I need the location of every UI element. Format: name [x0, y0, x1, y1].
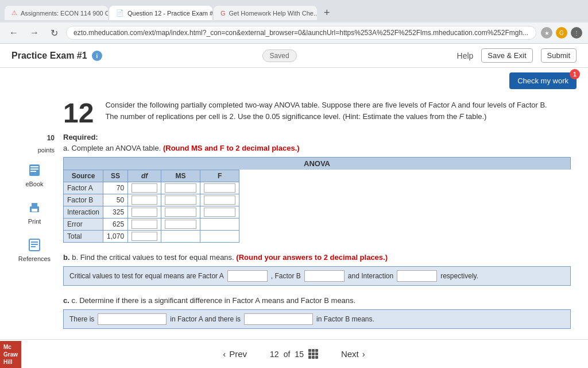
- col-source: Source: [64, 170, 103, 182]
- svg-rect-8: [31, 241, 38, 243]
- back-button[interactable]: ←: [6, 26, 22, 39]
- bookmark-icon[interactable]: ★: [541, 27, 552, 39]
- check-work-button[interactable]: Check my work 1: [509, 72, 577, 89]
- ss-cell: 50: [103, 194, 128, 206]
- part-c-label: c. c. Determine if there is a significan…: [63, 296, 571, 305]
- tab-question[interactable]: 📄 Question 12 - Practice Exam #... ✕: [109, 6, 212, 20]
- ms-input[interactable]: [165, 208, 196, 217]
- ms-cell[interactable]: [161, 182, 200, 194]
- df-cell[interactable]: [128, 182, 161, 194]
- main-content: 10 points eBook Print: [0, 94, 588, 335]
- source-cell: Interaction: [64, 206, 103, 218]
- table-row: Error625: [64, 218, 239, 231]
- required-label: Required:: [63, 133, 571, 141]
- ebook-label: eBook: [25, 181, 43, 187]
- part-b-highlight: (Round your answers to 2 decimal places.…: [236, 253, 388, 262]
- points-value: 10: [11, 134, 57, 142]
- part-b: b. b. Find the critical values to test f…: [63, 253, 571, 286]
- part-a-highlight: (Round MS and F to 2 decimal places.): [163, 144, 300, 152]
- reload-button[interactable]: ↻: [47, 26, 61, 40]
- ss-cell: 325: [103, 206, 128, 218]
- svg-rect-1: [30, 166, 38, 167]
- sig-factor-b-input[interactable]: [244, 313, 313, 325]
- cv-prefix: Critical values to test for equal means …: [69, 272, 224, 280]
- ms-cell[interactable]: [161, 231, 200, 243]
- cv-interaction-label: and Interaction: [348, 272, 393, 280]
- sig-prefix: There is: [69, 315, 94, 323]
- new-tab-button[interactable]: +: [318, 3, 336, 22]
- forward-button[interactable]: →: [26, 26, 42, 39]
- table-row: Factor A70: [64, 182, 239, 194]
- anova-table-wrap: ANOVA Source SS df MS F Factor A70Factor…: [63, 157, 571, 243]
- tab-homework[interactable]: G Get Homework Help With Che... ✕: [214, 6, 317, 20]
- df-input[interactable]: [131, 195, 157, 205]
- tab-assignments[interactable]: ⚠ Assignments: ECON 114 900 C... ✕: [5, 6, 108, 20]
- cv-interaction-input[interactable]: [397, 270, 437, 282]
- sidebar-item-references[interactable]: References: [11, 233, 57, 266]
- sig-factora-label: in Factor A and there is: [170, 315, 241, 323]
- df-cell[interactable]: [128, 218, 161, 231]
- anova-table: Source SS df MS F Factor A70Factor B50In…: [63, 170, 239, 243]
- f-cell[interactable]: [200, 231, 239, 243]
- df-input[interactable]: [131, 208, 157, 217]
- extension-icon[interactable]: G: [556, 27, 567, 39]
- df-cell[interactable]: [128, 231, 161, 243]
- book-icon: [26, 162, 43, 179]
- cv-factorb-label: , Factor B: [271, 272, 301, 280]
- browser-chrome: ⚠ Assignments: ECON 114 900 C... ✕ 📄 Que…: [0, 0, 588, 44]
- df-cell[interactable]: [128, 206, 161, 218]
- ms-input[interactable]: [165, 220, 196, 229]
- f-cell[interactable]: [200, 218, 239, 231]
- menu-icon[interactable]: ⋮: [571, 27, 582, 39]
- svg-rect-9: [31, 244, 38, 245]
- ms-input[interactable]: [165, 195, 196, 205]
- f-input[interactable]: [204, 183, 235, 193]
- browser-actions: ★ G ⋮: [541, 27, 582, 39]
- exam-title: Practice Exam #1: [11, 51, 87, 61]
- help-button[interactable]: Help: [457, 51, 474, 60]
- critical-values-row: Critical values to test for equal means …: [63, 266, 571, 286]
- ms-input[interactable]: [165, 183, 196, 193]
- address-input[interactable]: [66, 26, 536, 40]
- info-icon[interactable]: i: [92, 51, 102, 61]
- cv-factor-a-input[interactable]: [227, 270, 268, 282]
- f-cell[interactable]: [200, 194, 239, 206]
- source-cell: Error: [64, 218, 103, 231]
- df-cell[interactable]: [128, 194, 161, 206]
- sidebar-item-ebook[interactable]: eBook: [11, 158, 57, 191]
- cv-suffix: respectively.: [440, 272, 478, 280]
- sidebar: 10 points eBook Print: [11, 99, 57, 329]
- check-work-container: Check my work 1: [0, 68, 588, 94]
- sidebar-item-print[interactable]: Print: [11, 195, 57, 228]
- table-row: Total1,070: [64, 231, 239, 243]
- f-cell[interactable]: [200, 182, 239, 194]
- ms-cell[interactable]: [161, 206, 200, 218]
- df-input[interactable]: [131, 232, 157, 241]
- question-text: Consider the following partially complet…: [105, 99, 547, 122]
- significance-row: There is in Factor A and there is in Fac…: [63, 309, 571, 329]
- sig-factor-a-input[interactable]: [98, 313, 167, 325]
- points-label: points: [11, 147, 57, 154]
- f-cell[interactable]: [200, 206, 239, 218]
- df-input[interactable]: [131, 183, 157, 193]
- references-label: References: [18, 255, 51, 262]
- table-row: Factor B50: [64, 194, 239, 206]
- ss-cell: 70: [103, 182, 128, 194]
- svg-rect-10: [31, 246, 36, 247]
- df-input[interactable]: [131, 220, 157, 229]
- f-input[interactable]: [204, 195, 235, 205]
- source-cell: Total: [64, 231, 103, 243]
- svg-rect-2: [30, 168, 38, 170]
- notification-badge: 1: [570, 69, 580, 79]
- ss-cell: 625: [103, 218, 128, 231]
- ms-cell[interactable]: [161, 218, 200, 231]
- ms-cell[interactable]: [161, 194, 200, 206]
- submit-button[interactable]: Submit: [541, 48, 577, 63]
- sig-factorb-label: in Factor B means.: [316, 315, 374, 323]
- cv-factor-b-input[interactable]: [304, 270, 345, 282]
- print-icon: [26, 199, 43, 216]
- f-input[interactable]: [204, 208, 235, 217]
- col-f: F: [200, 170, 239, 182]
- part-a-label: a. Complete an ANOVA table. (Round MS an…: [63, 144, 571, 152]
- save-exit-button[interactable]: Save & Exit: [481, 48, 532, 63]
